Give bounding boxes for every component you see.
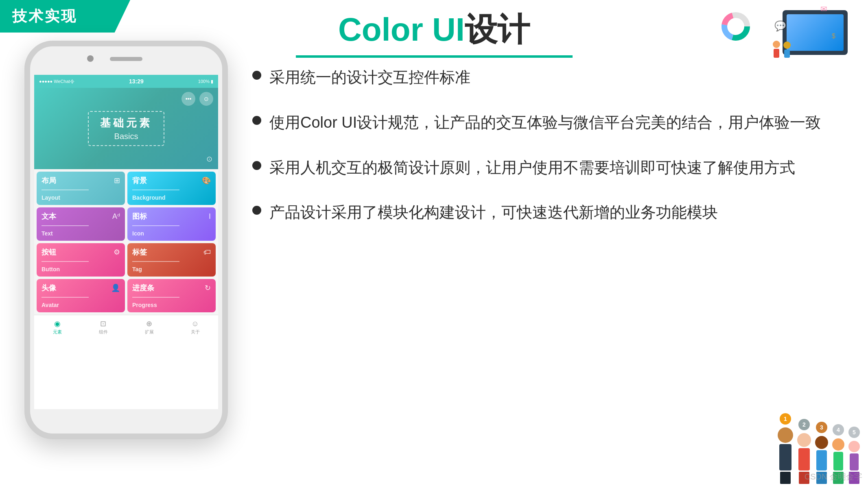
grid-cn-layout: 布局 bbox=[42, 176, 56, 185]
grid-icon-button: ⚙ bbox=[114, 248, 120, 257]
grid-icon-background: 🎨 bbox=[202, 176, 211, 185]
nav-icon-components: ⊡ bbox=[100, 319, 106, 328]
grid-line-text bbox=[42, 225, 89, 226]
person-body-3 bbox=[816, 450, 827, 471]
grid-en-icon: Icon bbox=[132, 230, 211, 237]
page-title: Color UI设计 bbox=[338, 8, 530, 52]
nav-label-elements: 元素 bbox=[53, 329, 62, 335]
nav-label-extend: 扩展 bbox=[145, 329, 154, 335]
grid-cn-icon: 图标 bbox=[132, 211, 147, 221]
nav-label-about: 关于 bbox=[191, 329, 200, 335]
grid-en-layout: Layout bbox=[42, 194, 120, 201]
app-header: ••• ⊙ 基础元素 Basics ⊙ bbox=[34, 88, 218, 169]
rank-badge-3: 3 bbox=[816, 422, 827, 433]
bullet-item-3: 采用人机交互的极简设计原则，让用户使用不需要培训即可快速了解使用方式 bbox=[252, 155, 844, 180]
person-legs-1 bbox=[780, 472, 791, 484]
grid-icon-tag: 🏷 bbox=[203, 248, 211, 257]
grid-icon-progress: ↻ bbox=[205, 283, 211, 292]
grid-en-text: Text bbox=[42, 230, 120, 237]
nav-item-extend[interactable]: ⊕ 扩展 bbox=[126, 315, 172, 339]
phone-screen: ●●●●● WeChat令 13:29 100% ▮ ••• ⊙ 基础元素 Ba… bbox=[34, 75, 218, 409]
grid-item-progress[interactable]: 进度条 ↻ Progress bbox=[127, 279, 216, 312]
grid-item-icon[interactable]: 图标 I Icon bbox=[127, 207, 216, 241]
grid-item-text[interactable]: 文本 Aᵈ Text bbox=[37, 207, 125, 241]
bullet-text-1: 采用统一的设计交互控件标准 bbox=[269, 65, 470, 90]
grid-cn-text: 文本 bbox=[42, 211, 56, 221]
grid-cn-progress: 进度条 bbox=[132, 283, 154, 293]
grid-item-button[interactable]: 按钮 ⚙ Button bbox=[37, 243, 125, 277]
nav-item-components[interactable]: ⊡ 组件 bbox=[80, 315, 126, 339]
title-suffix: 设计 bbox=[465, 11, 530, 48]
nav-label-components: 组件 bbox=[99, 329, 108, 335]
top-right-illustration: 💬 ✉ $ bbox=[713, 0, 868, 89]
grid-line-avatar bbox=[42, 297, 89, 298]
grid-en-background: Background bbox=[132, 194, 211, 201]
phone-outer: ●●●●● WeChat令 13:29 100% ▮ ••• ⊙ 基础元素 Ba… bbox=[24, 41, 228, 439]
watermark: CSDN 金明金字 bbox=[805, 471, 862, 482]
chat-bubble-icon: 💬 bbox=[774, 20, 787, 32]
bullet-text-2: 使用Color UI设计规范，让产品的交互体验与微信平台完美的结合，用户体验一致 bbox=[269, 110, 821, 135]
grid-en-progress: Progress bbox=[132, 302, 211, 308]
pie-chart-decor bbox=[722, 12, 750, 42]
bullet-item-2: 使用Color UI设计规范，让产品的交互体验与微信平台完美的结合，用户体验一致 bbox=[252, 110, 844, 135]
grid-item-tag[interactable]: 标签 🏷 Tag bbox=[127, 243, 216, 277]
status-time: 13:29 bbox=[129, 78, 144, 85]
grid-icon-icon: I bbox=[209, 212, 211, 221]
grid-cn-background: 背景 bbox=[132, 176, 147, 185]
grid-line-background bbox=[132, 190, 179, 190]
phone-camera bbox=[87, 55, 94, 62]
bullet-dot-3 bbox=[252, 161, 261, 170]
grid-cn-tag: 标签 bbox=[132, 247, 147, 257]
grid-icon-text: Aᵈ bbox=[112, 212, 120, 221]
person-body-4 bbox=[833, 452, 843, 471]
nav-icon-elements: ◉ bbox=[54, 319, 61, 328]
basics-title-box: 基础元素 Basics bbox=[88, 111, 164, 146]
grid-en-tag: Tag bbox=[132, 266, 211, 272]
status-bar: ●●●●● WeChat令 13:29 100% ▮ bbox=[34, 75, 218, 88]
bullet-text-3: 采用人机交互的极简设计原则，让用户使用不需要培训即可快速了解使用方式 bbox=[269, 155, 795, 180]
grid-line-layout bbox=[42, 190, 89, 190]
basics-title-en: Basics bbox=[100, 132, 152, 141]
grid-line-tag bbox=[132, 261, 179, 262]
grid-cn-avatar: 头像 bbox=[42, 283, 56, 293]
grid-en-avatar: Avatar bbox=[42, 302, 120, 308]
person-head-1 bbox=[778, 427, 793, 443]
person-body-1 bbox=[779, 444, 791, 471]
person-head-3 bbox=[815, 436, 828, 449]
grid-line-button bbox=[42, 261, 89, 262]
grid-line-progress bbox=[132, 297, 179, 298]
grid-item-background[interactable]: 背景 🎨 Background bbox=[127, 172, 216, 205]
status-right: 100% ▮ bbox=[198, 79, 213, 84]
basics-title-cn: 基础元素 bbox=[100, 116, 152, 130]
grid-item-avatar[interactable]: 头像 👤 Avatar bbox=[37, 279, 125, 312]
bullet-dot-2 bbox=[252, 116, 261, 125]
nav-item-elements[interactable]: ◉ 元素 bbox=[34, 315, 80, 339]
grid-container: 布局 ⊞ Layout 背景 🎨 Background 文 bbox=[34, 169, 218, 315]
phone-mockup-area: ●●●●● WeChat令 13:29 100% ▮ ••• ⊙ 基础元素 Ba… bbox=[24, 41, 236, 472]
nav-icon-extend: ⊕ bbox=[146, 319, 152, 328]
grid-en-button: Button bbox=[42, 266, 120, 272]
grid-icon-avatar: 👤 bbox=[111, 283, 120, 292]
bullet-dot-1 bbox=[252, 71, 261, 80]
status-left: ●●●●● WeChat令 bbox=[39, 78, 74, 85]
person-head-2 bbox=[797, 433, 811, 447]
nav-item-about[interactable]: ☺ 关于 bbox=[172, 315, 218, 339]
dollar-icon: $ bbox=[832, 33, 835, 40]
mini-figures bbox=[773, 41, 791, 58]
bottom-nav: ◉ 元素 ⊡ 组件 ⊕ 扩展 ☺ 关于 bbox=[34, 315, 218, 339]
phone-speaker bbox=[110, 57, 142, 61]
search-icon[interactable]: ⊙ bbox=[206, 155, 212, 163]
person-body-2 bbox=[798, 448, 810, 471]
rank-badge-5: 5 bbox=[848, 427, 860, 438]
grid-icon-layout: ⊞ bbox=[114, 176, 120, 185]
email-icon: ✉ bbox=[820, 4, 827, 14]
bullet-text-4: 产品设计采用了模块化构建设计，可快速迭代新增的业务功能模块 bbox=[269, 200, 718, 225]
grid-item-layout[interactable]: 布局 ⊞ Layout bbox=[37, 172, 125, 205]
person-head-4 bbox=[832, 438, 844, 451]
person-rank-1: 1 bbox=[778, 413, 793, 484]
menu-icon-btn[interactable]: ••• bbox=[181, 92, 195, 106]
person-body-5 bbox=[850, 453, 859, 471]
nav-icon-about: ☺ bbox=[191, 320, 199, 328]
camera-icon-btn[interactable]: ⊙ bbox=[199, 92, 213, 106]
app-header-icons: ••• ⊙ bbox=[181, 92, 213, 106]
